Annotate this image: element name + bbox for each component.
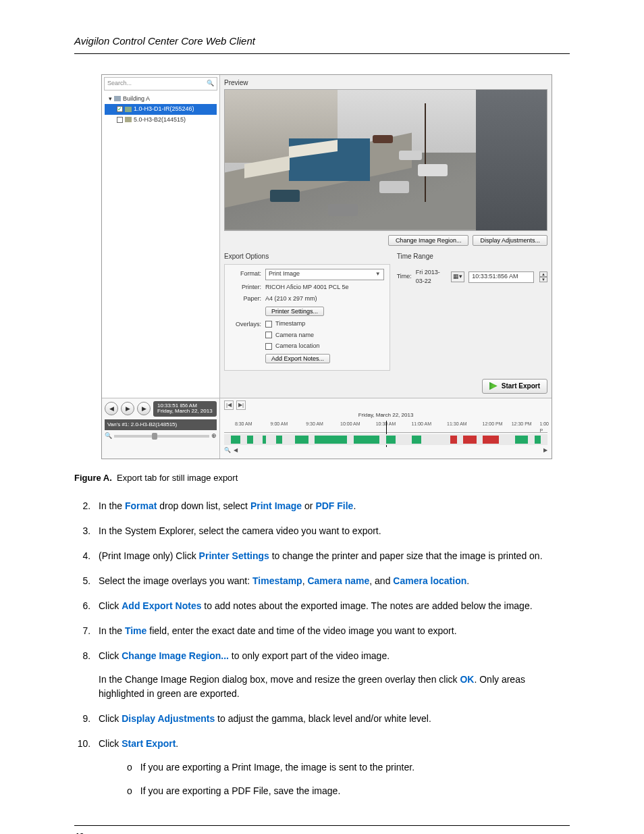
- camera-tree: ▾ Building A 1.0-H3-D1-IR(255246) 5.0-H3…: [102, 93, 219, 398]
- search-icon: 🔍: [207, 79, 214, 88]
- ok-link: OK: [460, 674, 474, 685]
- time-value: 10:33:51:856 AM: [472, 272, 518, 282]
- time-label: Time:: [397, 272, 412, 282]
- step-3: In the System Explorer, select the camer…: [93, 524, 570, 538]
- step-5: Select the image overlays you want: Time…: [93, 574, 570, 588]
- step-10-bullet-2: If you are exporting a PDF File, save th…: [127, 784, 570, 798]
- tree-root-building[interactable]: ▾ Building A: [105, 94, 217, 105]
- display-adjustments-link: Display Adjustments: [122, 713, 215, 724]
- playback-camera-label: Van's #1: 2.0-H3-B2(148515): [105, 419, 217, 430]
- timeline-scroll-right-icon[interactable]: ▶: [543, 446, 547, 454]
- start-export-link: Start Export: [122, 738, 176, 749]
- search-input[interactable]: Search... 🔍: [104, 77, 217, 90]
- tree-root-label: Building A: [123, 95, 150, 104]
- spin-down-icon[interactable]: ▼: [539, 277, 547, 282]
- collapse-icon: ▾: [109, 95, 112, 104]
- checkbox-icon[interactable]: [117, 117, 123, 123]
- overlay-timestamp-row[interactable]: Timestamp: [265, 319, 384, 329]
- overlay-camera-name-row[interactable]: Camera name: [265, 331, 384, 340]
- checkbox-icon[interactable]: [265, 321, 272, 328]
- change-image-region-link: Change Image Region...: [122, 650, 229, 661]
- tree-camera-1[interactable]: 1.0-H3-D1-IR(255246): [105, 104, 217, 115]
- paper-value: A4 (210 x 297 mm): [265, 294, 317, 304]
- start-export-button[interactable]: Start Export: [482, 379, 547, 394]
- format-value: Print Image: [269, 269, 300, 279]
- tree-cam1-label: 1.0-H3-D1-IR(255246): [134, 105, 194, 114]
- steps-list: In the Format drop down list, select Pri…: [74, 499, 570, 798]
- format-label: Format:: [230, 269, 261, 279]
- step-9: Click Display Adjustments to adjust the …: [93, 712, 570, 726]
- add-export-notes-button[interactable]: Add Export Notes...: [265, 354, 330, 363]
- timeline-skip-end-button[interactable]: ▶|: [236, 400, 246, 410]
- tree-camera-2[interactable]: 5.0-H3-B2(144515): [105, 115, 217, 126]
- figure-caption-prefix: Figure A.: [74, 473, 112, 483]
- time-spinner[interactable]: ▲ ▼: [539, 271, 547, 282]
- display-adjustments-button[interactable]: Display Adjustments...: [473, 235, 547, 246]
- step-2: In the Format drop down list, select Pri…: [93, 499, 570, 513]
- figure-caption: Figure A. Export tab for still image exp…: [74, 471, 570, 485]
- start-export-label: Start Export: [502, 382, 540, 390]
- step-7: In the Time field, enter the exact date …: [93, 624, 570, 638]
- camera-location-link: Camera location: [393, 575, 466, 586]
- step-10-bullet-1: If you are exporting a Print Image, the …: [127, 760, 570, 775]
- overlay-camera-location-row[interactable]: Camera location: [265, 342, 384, 351]
- search-placeholder: Search...: [107, 79, 132, 88]
- step-8-subpara: In the Change Image Region dialog box, m…: [99, 673, 570, 701]
- system-explorer-panel: Search... 🔍 ▾ Building A 1.0-H3-D1-IR(25…: [102, 75, 220, 398]
- change-image-region-button[interactable]: Change Image Region...: [388, 235, 469, 246]
- step-10: Click Start Export. If you are exporting…: [93, 737, 570, 798]
- format-dropdown[interactable]: Print Image ▼: [265, 269, 384, 280]
- step-8: Click Change Image Region... to only exp…: [93, 649, 570, 701]
- camera-name-link: Camera name: [307, 575, 369, 586]
- printer-settings-button[interactable]: Printer Settings...: [265, 307, 324, 316]
- time-range-title: Time Range: [397, 250, 547, 264]
- zoom-out-icon[interactable]: 🔍: [105, 432, 112, 441]
- checkbox-icon[interactable]: [265, 343, 272, 350]
- timeline-scroll-left-icon[interactable]: ◀: [234, 446, 238, 454]
- calendar-icon[interactable]: ▦▾: [451, 271, 464, 282]
- preview-label: Preview: [220, 75, 552, 89]
- checkbox-icon[interactable]: [265, 332, 272, 338]
- timestamp-link: Timestamp: [252, 575, 302, 586]
- time-link: Time: [125, 625, 146, 636]
- timeline-ruler[interactable]: 8:30 AM 9:00 AM 9:30 AM 10:00 AM 10:30 A…: [224, 421, 547, 433]
- pdf-file-link: PDF File: [315, 500, 353, 511]
- camera-icon: [125, 117, 132, 122]
- preview-image: [224, 89, 547, 231]
- zoom-slider[interactable]: [114, 435, 209, 438]
- time-date-value: Fri 2013-03-22: [416, 268, 448, 286]
- step-6: Click Add Export Notes to add notes abou…: [93, 599, 570, 613]
- step-10-bullets: If you are exporting a Print Image, the …: [127, 760, 570, 798]
- figure-a-wrapper: Search... 🔍 ▾ Building A 1.0-H3-D1-IR(25…: [101, 74, 570, 459]
- add-export-notes-link: Add Export Notes: [122, 600, 201, 611]
- zoom-in-icon[interactable]: ⊕: [211, 432, 217, 441]
- format-link: Format: [125, 500, 157, 511]
- page-header: Avigilon Control Center Core Web Client: [74, 34, 570, 54]
- play-button[interactable]: ▶: [121, 402, 134, 415]
- page-number: 46: [74, 825, 570, 834]
- zoom-out-icon[interactable]: 🔍: [224, 446, 231, 454]
- print-image-link: Print Image: [250, 500, 302, 511]
- printer-label: Printer:: [230, 283, 261, 292]
- step-4: (Print Image only) Click Printer Setting…: [93, 549, 570, 563]
- playback-time-display: 10:33:51 856 AM Friday, March 22, 2013: [153, 401, 217, 417]
- export-tab-screenshot: Search... 🔍 ▾ Building A 1.0-H3-D1-IR(25…: [101, 74, 552, 459]
- camera-icon: [125, 107, 132, 112]
- overlays-label: Overlays:: [230, 320, 261, 330]
- timeline-skip-start-button[interactable]: |◀: [224, 400, 234, 410]
- checkbox-checked-icon[interactable]: [117, 106, 123, 112]
- figure-caption-text: Export tab for still image export: [117, 473, 238, 483]
- step-forward-button[interactable]: ▶: [137, 402, 151, 415]
- timeline-recording-bars[interactable]: [224, 434, 547, 445]
- spin-up-icon[interactable]: ▲: [539, 271, 547, 277]
- server-icon: [114, 96, 121, 101]
- play-icon: [489, 382, 498, 390]
- time-input[interactable]: 10:33:51:856 AM: [468, 271, 534, 283]
- step-back-button[interactable]: ◀: [105, 402, 118, 415]
- timeline-date: Friday, March 22, 2013: [224, 411, 547, 419]
- export-options-title: Export Options: [224, 250, 390, 264]
- printer-settings-link: Printer Settings: [199, 550, 269, 561]
- overlay-camera-name-label: Camera name: [275, 331, 314, 340]
- printer-value: RICOH Aficio MP 4001 PCL 5e: [265, 283, 349, 292]
- paper-label: Paper:: [230, 294, 261, 304]
